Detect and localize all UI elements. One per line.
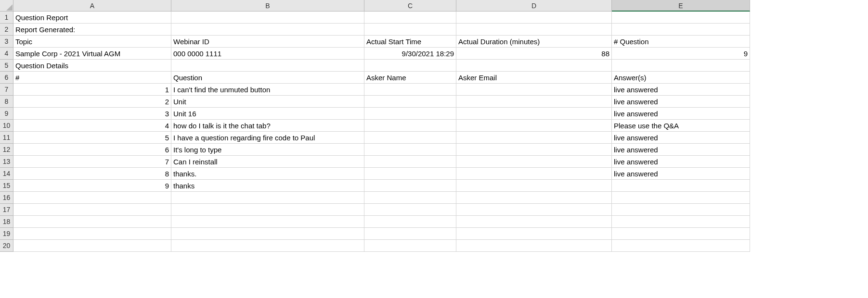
cell-C8[interactable]	[364, 96, 456, 108]
cell-A15[interactable]: 9	[13, 180, 171, 192]
cell-C19[interactable]	[364, 228, 456, 240]
cell-B17[interactable]	[171, 204, 364, 216]
cell-D16[interactable]	[456, 192, 612, 204]
cell-E5[interactable]	[612, 60, 750, 72]
cell-C16[interactable]	[364, 192, 456, 204]
cell-A12[interactable]: 6	[13, 144, 171, 156]
cell-C11[interactable]	[364, 132, 456, 144]
cell-C6[interactable]: Asker Name	[364, 72, 456, 84]
cell-E14[interactable]: live answered	[612, 168, 750, 180]
cell-C18[interactable]	[364, 216, 456, 228]
column-header-C[interactable]: C	[364, 0, 456, 12]
cell-B19[interactable]	[171, 228, 364, 240]
row-header-18[interactable]: 18	[0, 216, 13, 228]
cell-E8[interactable]: live answered	[612, 96, 750, 108]
cell-D8[interactable]	[456, 96, 612, 108]
cell-A19[interactable]	[13, 228, 171, 240]
cell-D19[interactable]	[456, 228, 612, 240]
cell-C15[interactable]	[364, 180, 456, 192]
cell-E16[interactable]	[612, 192, 750, 204]
cell-D20[interactable]	[456, 240, 612, 252]
cell-C1[interactable]	[364, 12, 456, 24]
cell-E17[interactable]	[612, 204, 750, 216]
cell-A4[interactable]: Sample Corp - 2021 Virtual AGM	[13, 48, 171, 60]
cell-C20[interactable]	[364, 240, 456, 252]
cell-C12[interactable]	[364, 144, 456, 156]
cell-E3[interactable]: # Question	[612, 36, 750, 48]
cell-B16[interactable]	[171, 192, 364, 204]
column-header-E[interactable]: E	[612, 0, 750, 12]
spreadsheet-grid[interactable]: ABCDE1Question Report2Report Generated:3…	[0, 0, 868, 252]
cell-E15[interactable]	[612, 180, 750, 192]
cell-B15[interactable]: thanks	[171, 180, 364, 192]
cell-B5[interactable]	[171, 60, 364, 72]
row-header-7[interactable]: 7	[0, 84, 13, 96]
row-header-4[interactable]: 4	[0, 48, 13, 60]
cell-E1[interactable]	[612, 12, 750, 24]
cell-D10[interactable]	[456, 120, 612, 132]
cell-D12[interactable]	[456, 144, 612, 156]
cell-A8[interactable]: 2	[13, 96, 171, 108]
cell-A6[interactable]: #	[13, 72, 171, 84]
cell-B14[interactable]: thanks.	[171, 168, 364, 180]
row-header-12[interactable]: 12	[0, 144, 13, 156]
column-header-A[interactable]: A	[13, 0, 171, 12]
cell-D13[interactable]	[456, 156, 612, 168]
row-header-19[interactable]: 19	[0, 228, 13, 240]
cell-B11[interactable]: I have a question regarding fire code to…	[171, 132, 364, 144]
cell-B13[interactable]: Can I reinstall	[171, 156, 364, 168]
cell-A18[interactable]	[13, 216, 171, 228]
row-header-5[interactable]: 5	[0, 60, 13, 72]
cell-A9[interactable]: 3	[13, 108, 171, 120]
row-header-1[interactable]: 1	[0, 12, 13, 24]
row-header-9[interactable]: 9	[0, 108, 13, 120]
cell-C5[interactable]	[364, 60, 456, 72]
cell-C14[interactable]	[364, 168, 456, 180]
row-header-17[interactable]: 17	[0, 204, 13, 216]
cell-B4[interactable]: 000 0000 1111	[171, 48, 364, 60]
column-header-B[interactable]: B	[171, 0, 364, 12]
cell-D7[interactable]	[456, 84, 612, 96]
cell-D6[interactable]: Asker Email	[456, 72, 612, 84]
cell-D2[interactable]	[456, 24, 612, 36]
select-all-corner[interactable]	[0, 0, 13, 12]
cell-E10[interactable]: Please use the Q&A	[612, 120, 750, 132]
cell-B2[interactable]	[171, 24, 364, 36]
cell-A17[interactable]	[13, 204, 171, 216]
cell-D14[interactable]	[456, 168, 612, 180]
row-header-14[interactable]: 14	[0, 168, 13, 180]
cell-A20[interactable]	[13, 240, 171, 252]
row-header-16[interactable]: 16	[0, 192, 13, 204]
cell-A3[interactable]: Topic	[13, 36, 171, 48]
cell-A10[interactable]: 4	[13, 120, 171, 132]
cell-B8[interactable]: Unit	[171, 96, 364, 108]
cell-D17[interactable]	[456, 204, 612, 216]
cell-D3[interactable]: Actual Duration (minutes)	[456, 36, 612, 48]
cell-D15[interactable]	[456, 180, 612, 192]
row-header-3[interactable]: 3	[0, 36, 13, 48]
cell-D18[interactable]	[456, 216, 612, 228]
cell-A11[interactable]: 5	[13, 132, 171, 144]
row-header-8[interactable]: 8	[0, 96, 13, 108]
row-header-6[interactable]: 6	[0, 72, 13, 84]
cell-E11[interactable]: live answered	[612, 132, 750, 144]
cell-B12[interactable]: It's long to type	[171, 144, 364, 156]
cell-D11[interactable]	[456, 132, 612, 144]
cell-B3[interactable]: Webinar ID	[171, 36, 364, 48]
cell-B7[interactable]: I can't find the unmuted button	[171, 84, 364, 96]
column-header-D[interactable]: D	[456, 0, 612, 12]
cell-B1[interactable]	[171, 12, 364, 24]
row-header-20[interactable]: 20	[0, 240, 13, 252]
cell-E4[interactable]: 9	[612, 48, 750, 60]
cell-E20[interactable]	[612, 240, 750, 252]
cell-A16[interactable]	[13, 192, 171, 204]
cell-C2[interactable]	[364, 24, 456, 36]
cell-E7[interactable]: live answered	[612, 84, 750, 96]
cell-A14[interactable]: 8	[13, 168, 171, 180]
cell-E12[interactable]: live answered	[612, 144, 750, 156]
row-header-10[interactable]: 10	[0, 120, 13, 132]
cell-C7[interactable]	[364, 84, 456, 96]
cell-E13[interactable]: live answered	[612, 156, 750, 168]
cell-E18[interactable]	[612, 216, 750, 228]
cell-D5[interactable]	[456, 60, 612, 72]
